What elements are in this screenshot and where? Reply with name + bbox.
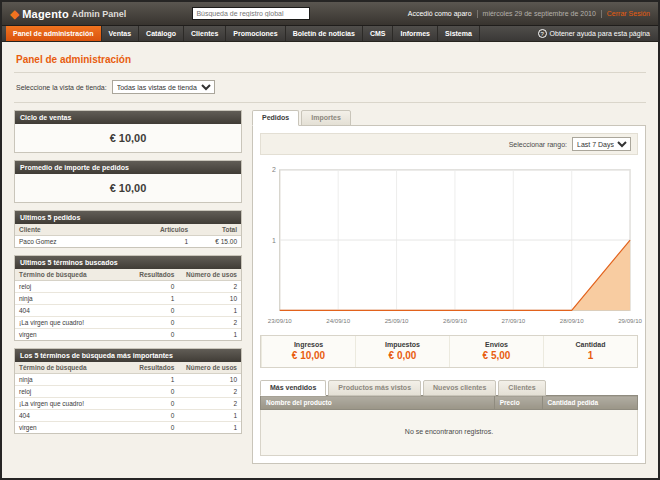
search-term-row[interactable]: 404 0 1	[15, 305, 241, 317]
bestsellers-table: Nombre del producto Precio Cantidad pedi…	[260, 395, 638, 410]
last-search-terms-box: Ultimos 5 términos buscados Término de b…	[14, 255, 242, 341]
grid-tab[interactable]: Productos más vistos	[328, 380, 421, 396]
uses-cell: 1	[178, 305, 241, 317]
logo-name: Magento	[22, 8, 69, 20]
totals-bar: Ingresos € 10,00 Impuestos € 0,00 Envíos…	[260, 335, 638, 368]
results-cell: 0	[133, 305, 179, 317]
global-search-input[interactable]	[192, 7, 310, 20]
column-header: Nombre del producto	[261, 396, 495, 410]
column-header: Término de búsqueda	[15, 362, 133, 374]
store-view-label: Seleccione la vista de tienda:	[16, 84, 107, 91]
nav-item[interactable]: Sistema	[438, 26, 480, 41]
results-cell: 0	[133, 422, 179, 434]
diagram-tab[interactable]: Pedidos	[252, 110, 299, 126]
help-icon	[538, 29, 547, 38]
current-date: miércoles 29 de septiembre de 2010	[483, 10, 596, 17]
average-orders-value: € 10,00	[15, 174, 241, 202]
nav-item-label: Boletín de noticias	[293, 30, 355, 37]
nav-item[interactable]: Boletín de noticias	[286, 26, 363, 41]
grid-tab[interactable]: Clientes	[498, 380, 545, 396]
empty-records-message: No se encontraron registros.	[260, 410, 638, 456]
grid-tab[interactable]: Nuevos clientes	[423, 380, 496, 396]
diagram-tab[interactable]: Importes	[301, 110, 351, 126]
search-term-row[interactable]: ninja 1 10	[15, 374, 241, 386]
term-cell: ¡La virgen que cuadro!	[15, 317, 133, 329]
search-term-row[interactable]: ¡La virgen que cuadro! 0 2	[15, 317, 241, 329]
store-view-select[interactable]: Todas las vistas de tienda	[112, 80, 215, 94]
header-user-area: Accedió como aparo miércoles 29 de septi…	[408, 10, 650, 18]
last-orders-title: Ultimos 5 pedidos	[15, 211, 241, 224]
column-header: Número de usos	[178, 269, 241, 281]
nav-item-label: Promociones	[233, 30, 277, 37]
nav-item[interactable]: Promociones	[226, 26, 285, 41]
nav-item[interactable]: Informes	[393, 26, 438, 41]
nav-item[interactable]: Panel de administración	[6, 26, 102, 41]
grid-tab[interactable]: Más vendidos	[260, 380, 326, 396]
logout-link[interactable]: Cerrar Sesión	[607, 10, 650, 17]
separator	[477, 10, 478, 18]
results-cell: 0	[133, 410, 179, 422]
order-row[interactable]: Paco Gomez 1 € 15.00	[15, 236, 241, 248]
total-item: Cantidad 1	[543, 336, 637, 367]
tab-label: Productos más vistos	[338, 384, 411, 391]
search-term-row[interactable]: virgen 0 1	[15, 422, 241, 434]
term-cell: virgen	[15, 329, 133, 341]
search-term-row[interactable]: reloj 0 2	[15, 281, 241, 293]
svg-text:1: 1	[272, 237, 276, 244]
range-select[interactable]: Last 7 Days	[572, 137, 631, 151]
results-cell: 0	[133, 329, 179, 341]
term-cell: reloj	[15, 281, 133, 293]
lifetime-sales-box: Ciclo de ventas € 10,00	[14, 110, 242, 153]
column-header: Precio	[494, 396, 542, 410]
diagram-tabs: Pedidos Importes	[252, 110, 646, 126]
search-term-row[interactable]: 404 0 1	[15, 410, 241, 422]
uses-cell: 2	[178, 317, 241, 329]
svg-text:25/09/10: 25/09/10	[385, 317, 409, 324]
search-term-row[interactable]: virgen 0 1	[15, 329, 241, 341]
nav-item[interactable]: Ventas	[102, 26, 140, 41]
total-label: Cantidad	[544, 341, 637, 348]
top-search-terms-box: Los 5 términos de búsqueda más important…	[14, 348, 242, 434]
dashboard-content: Panel de administración Seleccione la vi…	[2, 42, 658, 464]
logo-suffix: Admin Panel	[72, 9, 127, 19]
search-term-row[interactable]: reloj 0 2	[15, 386, 241, 398]
total-value: € 5,00	[450, 350, 543, 361]
page-help-link[interactable]: Obtener ayuda para esta página	[538, 26, 658, 41]
grids-tabs: Más vendidos Productos más vistos Nuevos…	[260, 380, 638, 396]
svg-text:29/09/10: 29/09/10	[618, 317, 642, 324]
total-cell: € 15.00	[192, 236, 241, 248]
lifetime-sales-title: Ciclo de ventas	[15, 111, 241, 124]
magento-diamond-icon	[10, 8, 19, 20]
term-cell: ¡La virgen que cuadro!	[15, 398, 133, 410]
uses-cell: 10	[178, 374, 241, 386]
results-cell: 0	[133, 317, 179, 329]
column-header: Cliente	[15, 224, 133, 236]
results-cell: 0	[133, 398, 179, 410]
page-title: Panel de administración	[16, 54, 646, 65]
search-term-row[interactable]: ninja 1 10	[15, 293, 241, 305]
total-item: Envíos € 5,00	[449, 336, 543, 367]
svg-text:28/09/10: 28/09/10	[560, 317, 584, 324]
app-header: Magento Admin Panel Accedió como aparo m…	[2, 2, 658, 26]
total-label: Impuestos	[356, 341, 449, 348]
top-search-terms-table: Término de búsqueda Resultados Número de…	[15, 362, 241, 433]
customer-cell: Paco Gomez	[15, 236, 133, 248]
tab-label: Más vendidos	[270, 384, 316, 391]
average-orders-box: Promedio de importe de pedidos € 10,00	[14, 160, 242, 203]
main-nav: Panel de administración Ventas Catálogo …	[2, 26, 658, 42]
store-view-switcher: Seleccione la vista de tienda: Todas las…	[16, 80, 646, 94]
nav-item[interactable]: CMS	[363, 26, 394, 41]
svg-text:24/09/10: 24/09/10	[326, 317, 350, 324]
search-term-row[interactable]: ¡La virgen que cuadro! 0 2	[15, 398, 241, 410]
logged-in-as: Accedió como aparo	[408, 10, 472, 17]
term-cell: reloj	[15, 386, 133, 398]
term-cell: ninja	[15, 374, 133, 386]
nav-item-label: Clientes	[191, 30, 218, 37]
nav-item-label: Panel de administración	[13, 30, 94, 37]
nav-item[interactable]: Clientes	[184, 26, 226, 41]
svg-text:23/09/10: 23/09/10	[268, 317, 292, 324]
nav-item[interactable]: Catálogo	[139, 26, 184, 41]
magento-logo: Magento Admin Panel	[10, 8, 126, 20]
column-header: Término de búsqueda	[15, 269, 133, 281]
average-orders-title: Promedio de importe de pedidos	[15, 161, 241, 174]
